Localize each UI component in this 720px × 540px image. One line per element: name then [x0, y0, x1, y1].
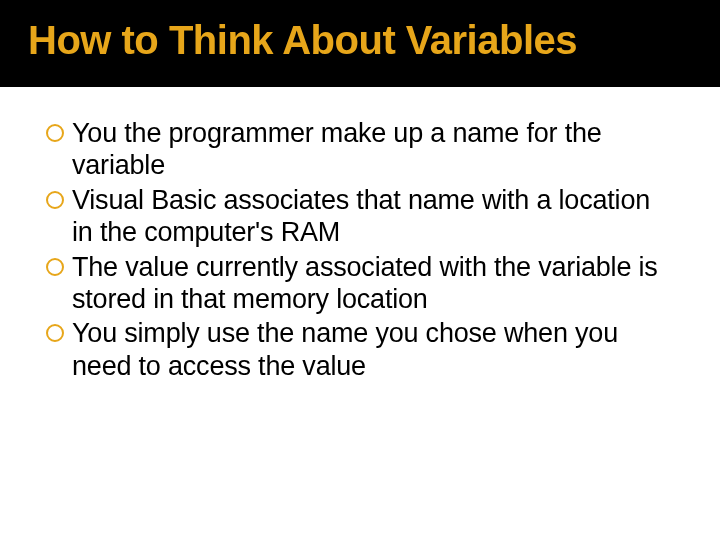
body-area: You the programmer make up a name for th…	[0, 87, 720, 382]
list-item: You the programmer make up a name for th…	[44, 117, 676, 182]
slide: How to Think About Variables You the pro…	[0, 0, 720, 540]
list-item: Visual Basic associates that name with a…	[44, 184, 676, 249]
bullet-list: You the programmer make up a name for th…	[44, 117, 676, 382]
list-item: The value currently associated with the …	[44, 251, 676, 316]
title-band: How to Think About Variables	[0, 0, 720, 87]
slide-title: How to Think About Variables	[28, 18, 692, 63]
list-item: You simply use the name you chose when y…	[44, 317, 676, 382]
